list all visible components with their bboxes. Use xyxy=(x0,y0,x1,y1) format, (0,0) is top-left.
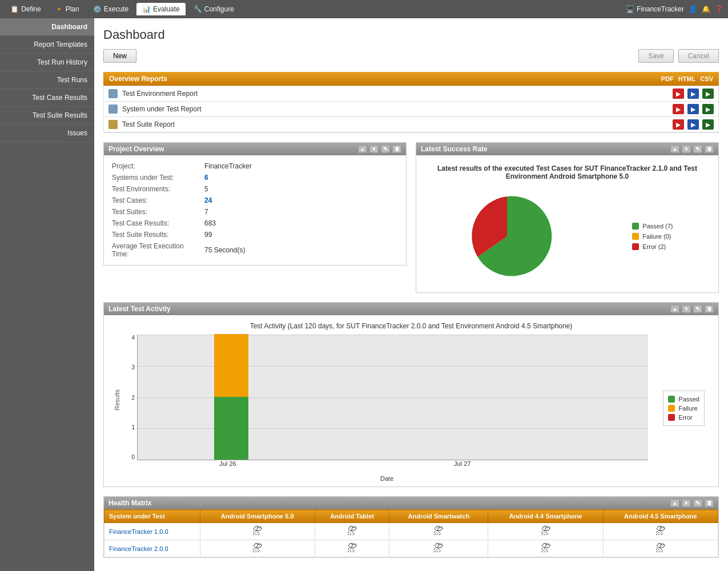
overview-reports-section: Overview Reports PDF HTML CSV Test Envir… xyxy=(103,72,719,133)
report-csv-btn-env[interactable]: ▶ xyxy=(702,89,714,99)
report-name-sut: System under Test Report xyxy=(122,105,673,113)
main-layout: Dashboard Report Templates Test Run Hist… xyxy=(0,18,728,571)
health-cell-0-3: ⛈ xyxy=(488,523,603,540)
health-delete-btn[interactable]: 🗑 xyxy=(705,499,714,507)
report-csv-btn-suite[interactable]: ▶ xyxy=(702,119,714,130)
report-html-btn-sut[interactable]: ▶ xyxy=(687,104,699,114)
pie-chart-subtitle: Latest results of the executed Test Case… xyxy=(421,160,714,185)
sidebar-item-report-templates[interactable]: Report Templates xyxy=(0,36,94,54)
widget-delete-btn-rate[interactable]: 🗑 xyxy=(705,145,714,153)
pie-chart-svg xyxy=(461,191,553,282)
proj-label-suite-results: Test Suite Results: xyxy=(110,230,201,240)
widget-down-btn[interactable]: ▼ xyxy=(369,145,379,153)
activity-down-btn[interactable]: ▼ xyxy=(682,305,691,313)
legend-bar-failure: Failure xyxy=(668,405,699,412)
report-name-suite: Test Suite Report xyxy=(122,120,673,128)
proj-row-project: Project: FinanceTracker xyxy=(110,161,400,171)
save-button[interactable]: Save xyxy=(638,49,673,63)
project-selector[interactable]: 🖥️ FinanceTracker xyxy=(626,5,684,13)
proj-row-env: Test Environments: 5 xyxy=(110,184,400,194)
test-activity-panel: Latest Test Activity ▲ ▼ ✎ 🗑 Test Activi… xyxy=(103,302,719,487)
test-activity-body: Test Activity (Last 120 days, for SUT Fi… xyxy=(104,315,718,486)
storm-icon-0-0: ⛈ xyxy=(252,525,263,537)
legend-bar-passed: Passed xyxy=(668,396,699,403)
proj-label-case-results: Test Case Results: xyxy=(110,218,201,228)
health-matrix-body: System under Test Android Smartphone 5.0… xyxy=(104,509,718,557)
success-rate-panel: Latest Success Rate ▲ ▼ ✎ 🗑 Latest resul… xyxy=(416,142,719,293)
report-doc-icon xyxy=(108,89,118,98)
activity-edit-btn[interactable]: ✎ xyxy=(693,305,702,313)
report-html-btn-env[interactable]: ▶ xyxy=(687,89,699,99)
sidebar-item-test-suite-results[interactable]: Test Suite Results xyxy=(0,107,94,124)
widget-edit-btn[interactable]: ✎ xyxy=(381,145,390,153)
pie-legend: Passed (7) Failure (0) Error (2) xyxy=(632,223,673,250)
nav-execute[interactable]: ⚙️ Execute xyxy=(87,3,134,15)
widget-delete-btn[interactable]: 🗑 xyxy=(392,145,401,153)
report-pdf-btn-env[interactable]: ▶ xyxy=(673,89,684,99)
widget-edit-btn-rate[interactable]: ✎ xyxy=(693,145,702,153)
health-matrix-section: Health Matrix ▲ ▼ ✎ 🗑 System under Test xyxy=(103,496,719,558)
widget-controls-proj: ▲ ▼ ✎ 🗑 xyxy=(358,145,401,153)
widget-down-btn-rate[interactable]: ▼ xyxy=(682,145,691,153)
health-down-btn[interactable]: ▼ xyxy=(682,499,691,507)
legend-failure: Failure (0) xyxy=(632,233,673,240)
overview-reports-table: Test Environment Report ▶ ▶ ▶ System und… xyxy=(103,86,719,133)
user-icon[interactable]: 👤 xyxy=(689,5,697,13)
health-col-sut: System under Test xyxy=(104,510,200,523)
report-pdf-btn-sut[interactable]: ▶ xyxy=(673,104,684,114)
bar-passed-jul26 xyxy=(214,397,248,460)
nav-evaluate[interactable]: 📊 Evaluate xyxy=(136,3,186,15)
proj-value-sut: 6 xyxy=(202,172,400,183)
bar-chart-canvas xyxy=(137,335,648,460)
report-pdf-btn-suite[interactable]: ▶ xyxy=(673,119,684,130)
sidebar-item-test-case-results[interactable]: Test Case Results xyxy=(0,89,94,107)
activity-up-btn[interactable]: ▲ xyxy=(670,305,679,313)
proj-value-suite-results: 99 xyxy=(202,230,400,240)
health-cell-1-0: ⛈ xyxy=(200,540,315,557)
pie-chart-container: Passed (7) Failure (0) Error (2) xyxy=(421,185,714,288)
help-icon[interactable]: ❓ xyxy=(715,5,723,13)
sidebar-item-dashboard[interactable]: Dashboard xyxy=(0,18,94,36)
report-csv-btn-sut[interactable]: ▶ xyxy=(702,104,714,114)
report-actions-sut: ▶ ▶ ▶ xyxy=(673,104,714,114)
nav-plan[interactable]: 🔸 Plan xyxy=(49,3,85,15)
toolbar: New Save Cancel xyxy=(103,49,719,63)
widget-up-btn-rate[interactable]: ▲ xyxy=(670,145,679,153)
new-button[interactable]: New xyxy=(103,49,136,63)
nav-define[interactable]: 📋 Define xyxy=(5,3,47,15)
health-edit-btn[interactable]: ✎ xyxy=(693,499,702,507)
sidebar-item-test-runs[interactable]: Test Runs xyxy=(0,71,94,89)
widget-up-btn[interactable]: ▲ xyxy=(358,145,367,153)
bar-failure-jul26 xyxy=(214,334,248,397)
report-html-btn-suite[interactable]: ▶ xyxy=(687,119,699,130)
x-axis-label: Date xyxy=(126,475,648,482)
activity-delete-btn[interactable]: 🗑 xyxy=(705,305,714,313)
success-rate-header: Latest Success Rate ▲ ▼ ✎ 🗑 xyxy=(416,143,718,155)
evaluate-icon: 📊 xyxy=(142,5,151,13)
nav-configure[interactable]: 🔧 Configure xyxy=(188,3,240,15)
toolbar-right: Save Cancel xyxy=(638,49,719,63)
sidebar-item-test-run-history[interactable]: Test Run History xyxy=(0,54,94,71)
storm-icon-0-4: ⛈ xyxy=(655,525,666,537)
health-up-btn[interactable]: ▲ xyxy=(670,499,679,507)
legend-passed: Passed (7) xyxy=(632,223,673,230)
success-rate-body: Latest results of the executed Test Case… xyxy=(416,155,718,292)
y-tick-4: 4 xyxy=(131,335,135,341)
report-row-sut: System under Test Report ▶ ▶ ▶ xyxy=(104,102,718,117)
report-doc-icon-sut xyxy=(108,104,118,114)
health-name-0[interactable]: FinanceTracker 1.0.0 xyxy=(104,523,200,540)
bell-icon[interactable]: 🔔 xyxy=(702,5,710,13)
legend-box: Passed Failure Error xyxy=(663,391,705,426)
health-cell-1-2: ⛈ xyxy=(389,540,488,557)
page-title: Dashboard xyxy=(103,27,719,42)
execute-icon: ⚙️ xyxy=(93,5,102,13)
sidebar-item-issues[interactable]: Issues xyxy=(0,124,94,142)
plan-icon: 🔸 xyxy=(55,5,63,13)
health-cell-0-0: ⛈ xyxy=(200,523,315,540)
two-col-widgets: Project Overview ▲ ▼ ✎ 🗑 Project xyxy=(103,142,719,293)
project-overview-table: Project: FinanceTracker Systems under Te… xyxy=(108,160,401,260)
cancel-button[interactable]: Cancel xyxy=(678,49,719,63)
proj-value-case-results: 683 xyxy=(202,218,400,228)
chart-title: Test Activity (Last 120 days, for SUT Fi… xyxy=(108,320,714,330)
health-name-1[interactable]: FinanceTracker 2.0.0 xyxy=(104,540,200,557)
